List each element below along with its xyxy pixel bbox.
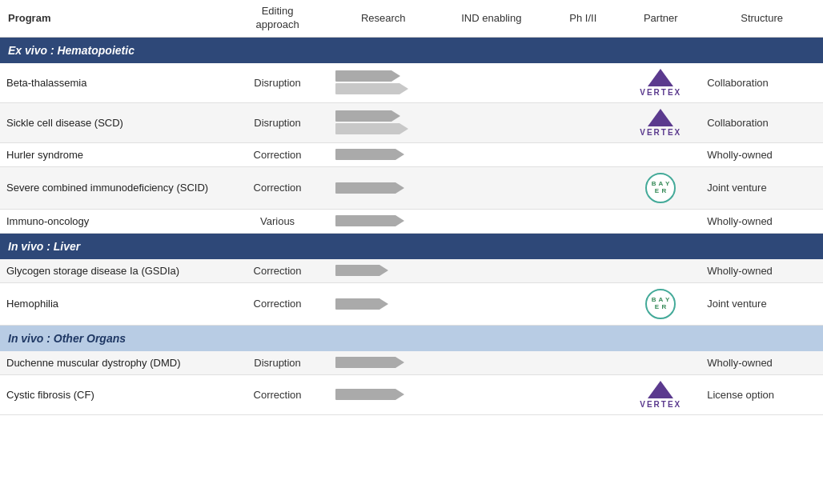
research-bar (329, 374, 437, 414)
structure-value: Wholly-owned (701, 351, 823, 375)
ph-cell (545, 102, 620, 142)
vertex-logo: VERTEX (640, 109, 681, 137)
partner-cell (620, 259, 701, 283)
ph-cell (545, 374, 620, 414)
ind-bar (437, 142, 545, 166)
editing-approach-value: Disruption (226, 63, 329, 103)
editing-approach-value: Correction (226, 282, 329, 325)
ind-bar (437, 63, 545, 103)
table-row: Cystic fibrosis (CF) Correction VERTEX L… (0, 374, 823, 414)
ph-cell (545, 282, 620, 325)
editing-approach-value: Correction (226, 374, 329, 414)
header-structure: Structure (701, 0, 823, 37)
ph-cell (545, 351, 620, 375)
ind-bar (437, 102, 545, 142)
partner-cell (620, 209, 701, 233)
header-research: Research (329, 0, 437, 37)
header-editing: Editing approach (226, 0, 329, 37)
table-row: Glycogen storage disease Ia (GSDIa) Corr… (0, 259, 823, 283)
table-row: Beta-thalassemia Disruption VERTEX Colla… (0, 63, 823, 103)
section-header-invivo-liver: In vivo : Liver (0, 233, 823, 259)
editing-approach-value: Disruption (226, 102, 329, 142)
header-program: Program (0, 0, 226, 37)
editing-approach-value: Correction (226, 166, 329, 209)
section-header-exvivo-hematopoietic: Ex vivo : Hematopoietic (0, 37, 823, 63)
partner-cell: B A Y E R (620, 282, 701, 325)
ind-bar (437, 166, 545, 209)
structure-value: License option (701, 374, 823, 414)
table-row: Sickle cell disease (SCD) Disruption VER… (0, 102, 823, 142)
ind-bar (437, 351, 545, 375)
table-row: Hurler syndrome Correction Wholly-owned (0, 142, 823, 166)
ind-bar (437, 209, 545, 233)
program-name: Hemophilia (0, 282, 226, 325)
section-label: In vivo : Liver (0, 233, 823, 259)
research-bar (329, 351, 437, 375)
research-bar (329, 209, 437, 233)
program-name: Hurler syndrome (0, 142, 226, 166)
partner-cell (620, 351, 701, 375)
ph-cell (545, 259, 620, 283)
partner-cell: VERTEX (620, 102, 701, 142)
ind-bar (437, 259, 545, 283)
table-row: Severe combined immunodeficiency (SCID) … (0, 166, 823, 209)
header-partner: Partner (620, 0, 701, 37)
bayer-logo: B A Y E R (645, 173, 676, 203)
editing-approach-value: Various (226, 209, 329, 233)
partner-cell: B A Y E R (620, 166, 701, 209)
research-bar (329, 166, 437, 209)
program-name: Immuno-oncology (0, 209, 226, 233)
vertex-logo: VERTEX (640, 381, 681, 409)
editing-approach-value: Correction (226, 142, 329, 166)
table-row: Duchenne muscular dystrophy (DMD) Disrup… (0, 351, 823, 375)
editing-approach-value: Correction (226, 259, 329, 283)
research-bar (329, 102, 437, 142)
structure-value: Joint venture (701, 166, 823, 209)
structure-value: Wholly-owned (701, 209, 823, 233)
partner-cell: VERTEX (620, 63, 701, 103)
structure-value: Collaboration (701, 63, 823, 103)
program-name: Cystic fibrosis (CF) (0, 374, 226, 414)
ph-cell (545, 166, 620, 209)
program-name: Glycogen storage disease Ia (GSDIa) (0, 259, 226, 283)
partner-cell: VERTEX (620, 374, 701, 414)
structure-value: Wholly-owned (701, 259, 823, 283)
section-label: Ex vivo : Hematopoietic (0, 37, 823, 63)
header-ind: IND enabling (437, 0, 545, 37)
program-name: Sickle cell disease (SCD) (0, 102, 226, 142)
research-bar (329, 63, 437, 103)
ind-bar (437, 282, 545, 325)
structure-value: Wholly-owned (701, 142, 823, 166)
structure-value: Collaboration (701, 102, 823, 142)
research-bar (329, 259, 437, 283)
ph-cell (545, 209, 620, 233)
ph-cell (545, 63, 620, 103)
partner-cell (620, 142, 701, 166)
section-label: In vivo : Other Organs (0, 325, 823, 351)
editing-approach-value: Disruption (226, 351, 329, 375)
table-row: Hemophilia Correction B A Y E R Joint ve… (0, 282, 823, 325)
bayer-logo: B A Y E R (645, 289, 676, 319)
program-name: Duchenne muscular dystrophy (DMD) (0, 351, 226, 375)
research-bar (329, 282, 437, 325)
vertex-logo: VERTEX (640, 69, 681, 97)
program-name: Severe combined immunodeficiency (SCID) (0, 166, 226, 209)
research-bar (329, 142, 437, 166)
table-row: Immuno-oncology Various Wholly-owned (0, 209, 823, 233)
header-ph: Ph I/II (545, 0, 620, 37)
program-name: Beta-thalassemia (0, 63, 226, 103)
ph-cell (545, 142, 620, 166)
structure-value: Joint venture (701, 282, 823, 325)
ind-bar (437, 374, 545, 414)
section-header-invivo-other: In vivo : Other Organs (0, 325, 823, 351)
